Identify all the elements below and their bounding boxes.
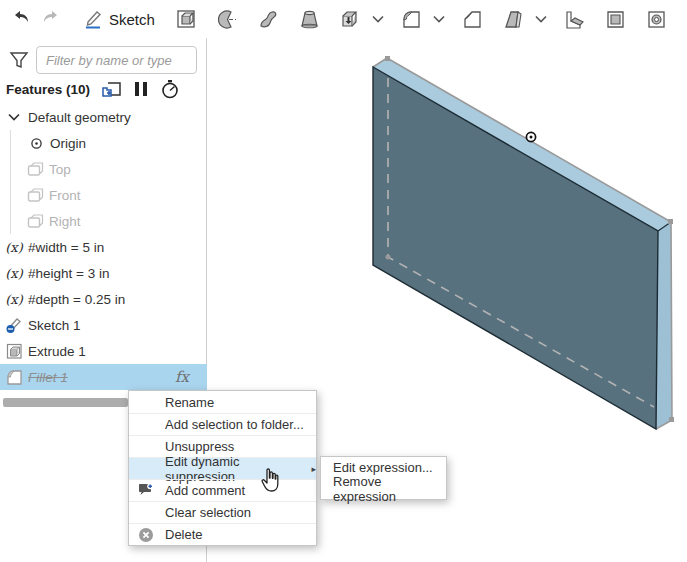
dynamic-suppression-submenu: Edit expression... Remove expression [320,456,447,500]
menu-item-label: Add selection to folder... [165,417,304,432]
helix-button[interactable] [682,4,687,34]
tree-item-variable-height[interactable]: (x) #height = 3 in [0,260,207,286]
fx-expression-badge[interactable]: fx [175,368,189,386]
fillet-feature-icon [4,369,24,386]
thicken-icon [339,8,362,31]
extrude-button[interactable] [171,4,202,34]
hole-button[interactable] [641,4,672,34]
tree-item-right-plane[interactable]: Right [0,208,207,234]
origin-marker[interactable] [526,132,535,141]
redo-icon [40,8,62,30]
submenu-item-remove-expression[interactable]: Remove expression [321,478,446,499]
pause-icon [134,81,148,97]
sweep-icon [257,8,280,31]
comment-plus-icon [138,483,154,499]
menu-item-rename[interactable]: Rename [129,391,316,413]
menu-item-add-comment[interactable]: Add comment [129,479,316,501]
menu-item-clear-selection[interactable]: Clear selection [129,501,316,523]
chamfer-button[interactable] [457,4,488,34]
submenu-arrow-icon: ▸ [311,464,316,474]
tree-item-label: Default geometry [28,110,131,125]
chevron-down-icon [535,15,547,23]
undo-icon [10,8,32,30]
tree-item-extrude1[interactable]: Extrude 1 [0,338,207,364]
menu-item-label: Unsuppress [165,439,234,454]
tree-item-label: Right [49,214,81,229]
fillet-dropdown-chevron[interactable] [429,4,449,34]
sweep-button[interactable] [253,4,284,34]
part-plate[interactable] [373,56,674,429]
tree-item-label: #height = 3 in [28,266,109,281]
tree-item-label: Front [49,188,81,203]
tree-item-label: Sketch 1 [28,318,81,333]
sketch-button-label: Sketch [109,11,155,28]
stopwatch-icon [160,79,180,99]
features-header-label: Features (10) [6,82,90,97]
menu-item-label: Clear selection [165,505,251,520]
loft-button[interactable] [294,4,325,34]
tree-item-label: Fillet 1 [28,370,68,385]
tree-item-origin[interactable]: Origin [0,130,207,156]
shell-button[interactable] [600,4,631,34]
tree-item-label: Origin [50,136,86,151]
tree-item-front-plane[interactable]: Front [0,182,207,208]
feature-tree: Default geometry Origin Top Front Right … [0,104,207,390]
chevron-down-icon[interactable] [4,113,24,121]
plane-icon [25,214,45,229]
variable-icon: (x) [4,292,24,307]
draft-icon [502,8,525,31]
fillet-button[interactable] [396,4,427,34]
boolean-dropdown-chevron[interactable] [368,4,388,34]
chevron-down-icon [372,15,384,23]
add-folder-button[interactable] [102,81,122,98]
tree-item-fillet1[interactable]: Fillet 1 fx [0,364,207,390]
suspend-rebuild-button[interactable] [134,81,148,97]
sketch-pencil-icon [82,8,104,30]
menu-item-label: Remove expression [333,474,446,504]
thicken-button[interactable] [335,4,366,34]
tree-item-label: Extrude 1 [28,344,86,359]
draft-dropdown-chevron[interactable] [531,4,551,34]
filter-funnel-icon [8,49,30,71]
menu-item-label: Add comment [165,483,245,498]
undo-button[interactable] [6,4,36,34]
extrude-icon [175,8,198,31]
menu-item-label: Delete [165,527,203,542]
plane-icon [25,162,45,177]
rollback-history-button[interactable] [160,79,180,99]
redo-button[interactable] [36,4,66,34]
menu-item-add-selection-to-folder[interactable]: Add selection to folder... [129,413,316,435]
revolve-button[interactable] [212,4,243,34]
tree-item-top-plane[interactable]: Top [0,156,207,182]
rib-icon [563,8,586,31]
sketch-button[interactable]: Sketch [78,4,159,34]
menu-item-delete[interactable]: Delete [129,523,316,545]
tree-item-sketch1[interactable]: Sketch 1 [0,312,207,338]
horizontal-scrollbar[interactable] [3,398,128,407]
variable-icon: (x) [4,266,24,281]
revolve-icon [216,8,239,31]
delete-circle-icon [138,527,154,543]
hole-icon [645,8,668,31]
tree-item-default-geometry[interactable]: Default geometry [0,104,207,130]
chamfer-icon [461,8,484,31]
sketch-feature-icon [4,316,24,334]
menu-item-label: Rename [165,395,214,410]
chevron-down-icon [433,15,445,23]
plane-icon [25,188,45,203]
origin-icon [26,137,46,150]
filter-input[interactable] [36,46,197,74]
tree-item-label: Top [49,162,71,177]
menu-item-edit-dynamic-suppression[interactable]: Edit dynamic suppression ▸ [129,457,316,479]
tree-item-variable-width[interactable]: (x) #width = 5 in [0,234,207,260]
fillet-icon [400,8,423,31]
add-folder-icon [102,81,122,98]
rib-button[interactable] [559,4,590,34]
variable-icon: (x) [4,240,24,255]
tree-item-label: #width = 5 in [28,240,104,255]
feature-toolbar: Sketch [0,0,687,38]
shell-icon [604,8,627,31]
tree-item-variable-depth[interactable]: (x) #depth = 0.25 in [0,286,207,312]
extrude-feature-icon [4,343,24,360]
draft-button[interactable] [498,4,529,34]
